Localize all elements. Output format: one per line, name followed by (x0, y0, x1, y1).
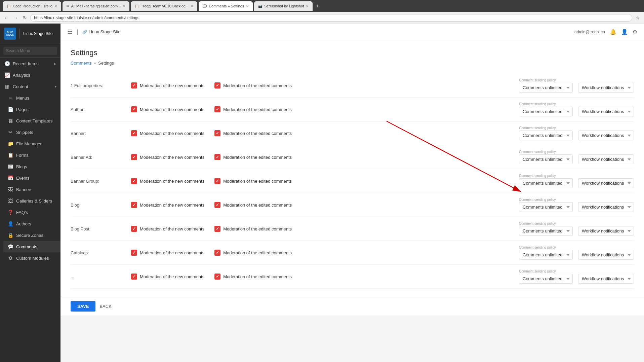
checkbox-edited-0[interactable] (214, 82, 220, 88)
checkbox-edited-2[interactable] (214, 130, 220, 136)
sidebar-item-analytics[interactable]: 📈 Analytics (0, 69, 61, 81)
sidebar-item-authors[interactable]: 👤 Authors (3, 218, 61, 229)
checkbox-new-5[interactable] (131, 202, 137, 208)
new-tab-button[interactable]: + (316, 3, 319, 9)
checkbox-edited-7[interactable] (214, 250, 220, 256)
checkbox-edited-3[interactable] (214, 154, 220, 160)
workflow-dropdown-wrapper-8: Workflow notifications (578, 269, 634, 284)
save-button[interactable]: SAVE (71, 301, 95, 312)
checkbox-edited-4[interactable] (214, 178, 220, 184)
address-bar[interactable] (30, 14, 632, 22)
row-dropdowns-2: Comment sending policy Comments unlimite… (519, 126, 634, 140)
sidebar-item-faqs[interactable]: ❓ FAQ's (3, 207, 61, 218)
check-new-label-6: Moderation of the new comments (140, 226, 204, 231)
sidebar-item-content-templates[interactable]: ▦ Content Templates (3, 115, 61, 126)
workflow-select-0[interactable]: Workflow notifications (578, 83, 634, 93)
checkbox-new-3[interactable] (131, 154, 137, 160)
workflow-select-5[interactable]: Workflow notifications (578, 202, 634, 212)
policy-select-2[interactable]: Comments unlimited (519, 131, 573, 140)
policy-select-8[interactable]: Comments unlimited (519, 274, 573, 284)
workflow-select-4[interactable]: Workflow notifications (578, 178, 634, 188)
tab-close-gmail[interactable]: ✕ (123, 4, 125, 8)
checkbox-edited-6[interactable] (214, 226, 220, 232)
check-edited-4: Moderation of the edited comments (214, 178, 292, 184)
row-dropdowns-3: Comment sending policy Comments unlimite… (519, 150, 634, 164)
policy-select-3[interactable]: Comments unlimited (519, 154, 573, 164)
checkbox-new-1[interactable] (131, 106, 137, 112)
checkbox-new-0[interactable] (131, 82, 137, 88)
back-browser-button[interactable]: ← (3, 14, 10, 21)
row-dropdowns-7: Comment sending policy Comments unlimite… (519, 246, 634, 260)
policy-select-4[interactable]: Comments unlimited (519, 178, 573, 188)
sidebar-item-recent-items[interactable]: 🕐 Recent Items ▶ (0, 58, 61, 69)
policy-select-0[interactable]: Comments unlimited (519, 83, 573, 93)
check-edited-6: Moderation of the edited comments (214, 226, 292, 232)
forward-browser-button[interactable]: → (12, 14, 19, 21)
checkbox-edited-5[interactable] (214, 202, 220, 208)
policy-dropdown-wrapper-4: Comment sending policy Comments unlimite… (519, 174, 573, 188)
sidebar-label-recent-items: Recent Items (13, 61, 39, 66)
tab-backlog[interactable]: 📋 Treepl Team v6.10 Backlog... ✕ (131, 1, 197, 11)
checkbox-new-8[interactable] (131, 274, 137, 280)
sidebar-item-secure-zones[interactable]: 🔒 Secure Zones (3, 229, 61, 241)
tab-close-lightshot[interactable]: ✕ (306, 4, 309, 8)
sidebar-item-menus[interactable]: ≡ Menus (3, 92, 61, 104)
tab-gmail[interactable]: ✉ All Mail - taras.r@ez-bc.com... ✕ (63, 1, 129, 11)
checkbox-new-6[interactable] (131, 226, 137, 232)
workflow-select-7[interactable]: Workflow notifications (578, 250, 634, 260)
sidebar-item-content[interactable]: ▦ Content ▾ (0, 81, 61, 92)
sidebar-item-pages[interactable]: 📄 Pages (3, 104, 61, 115)
workflow-select-1[interactable]: Workflow notifications (578, 107, 634, 116)
pages-icon: 📄 (7, 107, 13, 112)
reload-button[interactable]: ↻ (22, 14, 28, 21)
tab-close-trello[interactable]: ✕ (54, 4, 57, 8)
sidebar-item-forms[interactable]: 📋 Forms (3, 149, 61, 161)
row-dropdowns-6: Comment sending policy Comments unlimite… (519, 222, 634, 236)
tab-lightshot[interactable]: 📷 Screenshot by Lightshot ✕ (254, 1, 313, 11)
checkbox-edited-8[interactable] (214, 274, 220, 280)
back-button[interactable]: BACK (99, 304, 111, 309)
sidebar-item-events[interactable]: 📅 Events (3, 172, 61, 184)
checkbox-new-4[interactable] (131, 178, 137, 184)
tab-close-backlog[interactable]: ✕ (191, 4, 193, 8)
policy-select-1[interactable]: Comments unlimited (519, 107, 573, 116)
check-new-0: Moderation of the new comments (131, 82, 204, 88)
workflow-select-3[interactable]: Workflow notifications (578, 154, 634, 164)
sidebar-item-snippets[interactable]: ✂ Snippets (3, 126, 61, 138)
check-new-label-4: Moderation of the new comments (140, 179, 204, 184)
sidebar-item-blogs[interactable]: 📰 Blogs (3, 161, 61, 172)
policy-select-6[interactable]: Comments unlimited (519, 226, 573, 236)
row-checks-1: Moderation of the new comments Moderatio… (131, 106, 512, 112)
bookmark-button[interactable]: ☆ (634, 14, 641, 21)
avatar-icon[interactable]: 👤 (621, 29, 628, 35)
workflow-select-6[interactable]: Workflow notifications (578, 226, 634, 236)
breadcrumb-link[interactable]: Comments (71, 61, 92, 66)
sidebar-item-galleries[interactable]: 🖼 Galleries & Sliders (3, 195, 61, 207)
sidebar-label-pages: Pages (16, 107, 29, 112)
sidebar-item-custom-modules[interactable]: ⚙ Custom Modules (3, 252, 61, 264)
policy-select-7[interactable]: Comments unlimited (519, 250, 573, 260)
tab-comments[interactable]: 💬 Comments » Settings ✕ (199, 1, 253, 11)
sidebar-item-file-manager[interactable]: 📁 File Manager (3, 138, 61, 149)
site-name-topbar: Linux Stage Site (89, 29, 121, 34)
search-menu-input[interactable] (3, 47, 57, 55)
checkbox-new-2[interactable] (131, 130, 137, 136)
workflow-select-8[interactable]: Workflow notifications (578, 274, 634, 284)
check-edited-label-6: Moderation of the edited comments (223, 226, 292, 231)
row-checks-7: Moderation of the new comments Moderatio… (131, 250, 512, 256)
tab-close-comments[interactable]: ✕ (246, 4, 249, 8)
workflow-select-2[interactable]: Workflow notifications (578, 131, 634, 140)
tab-trello[interactable]: 📋 Code Production | Trello ✕ (3, 1, 61, 11)
sidebar-label-comments: Comments (16, 244, 37, 249)
policy-select-5[interactable]: Comments unlimited (519, 202, 573, 212)
checkbox-edited-1[interactable] (214, 106, 220, 112)
policy-dropdown-wrapper-8: Comment sending policy Comments unlimite… (519, 269, 573, 284)
policy-dropdown-wrapper-5: Comment sending policy Comments unlimite… (519, 198, 573, 212)
bell-icon[interactable]: 🔔 (610, 29, 616, 35)
check-new-4: Moderation of the new comments (131, 178, 204, 184)
sidebar-item-banners[interactable]: 🖼 Banners (3, 184, 61, 195)
menu-toggle-button[interactable]: ☰ (67, 28, 73, 36)
settings-icon[interactable]: ⚙ (633, 29, 637, 35)
sidebar-item-comments[interactable]: 💬 Comments (3, 241, 61, 252)
checkbox-new-7[interactable] (131, 250, 137, 256)
